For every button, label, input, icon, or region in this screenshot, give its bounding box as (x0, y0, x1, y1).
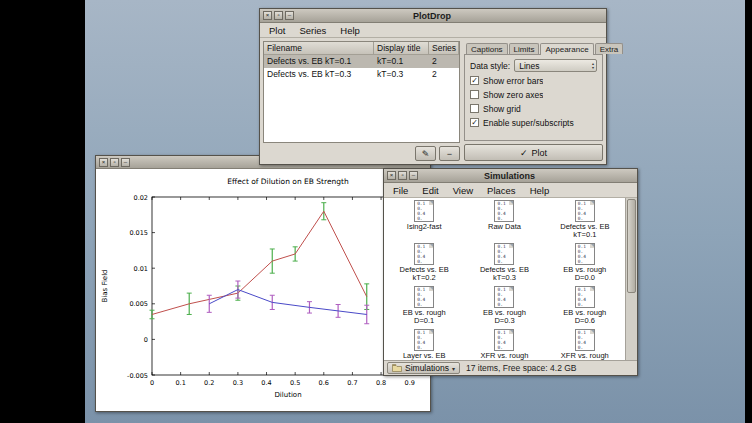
svg-text:0.01: 0.01 (134, 265, 148, 273)
show-error-bars-checkbox[interactable]: Show error bars (470, 75, 597, 86)
maximize-icon[interactable]: ▫ (274, 11, 283, 20)
edit-file-button[interactable]: ✎ (415, 146, 436, 161)
svg-text:Dilution: Dilution (274, 391, 301, 399)
data-file-icon: 0.1 0. 0.4 0. 0.15 0 0.6 0. 0.15 0 (494, 286, 514, 308)
chevron-down-icon: ▾ (452, 365, 455, 372)
plotdrop-window: × ▫ – PlotDrop Plot Series Help Filename… (259, 8, 607, 165)
file-grid: 0.1 0. 0.4 0. 0.15 0 0.6 0. 0.15 0 Ising… (384, 198, 625, 360)
column-header-series[interactable]: Series (429, 42, 459, 55)
tab-extra[interactable]: Extra (595, 43, 624, 54)
close-icon[interactable]: × (99, 158, 108, 167)
menu-file[interactable]: File (386, 184, 415, 197)
plot-canvas: Effect of Dilution on EB StrengthDilutio… (96, 169, 430, 411)
iconify-icon[interactable]: – (285, 11, 294, 20)
options-tabs: Captions Limits Appearance Extra (464, 41, 603, 54)
menu-plot[interactable]: Plot (262, 24, 292, 37)
remove-file-button[interactable]: − (439, 146, 460, 161)
svg-text:0.015: 0.015 (129, 229, 148, 237)
svg-text:0.8: 0.8 (376, 379, 386, 387)
minus-icon: − (447, 149, 452, 159)
file-list-actions: ✎ − (263, 146, 460, 161)
data-file-icon: 0.1 0. 0.4 0. 0.15 0 0.6 0. 0.15 0 (575, 243, 595, 265)
cell-series: 2 (429, 55, 459, 68)
window-title: Simulations (418, 171, 601, 181)
cell-series: 2 (429, 68, 459, 81)
data-style-select[interactable]: Lines ▴▾ (514, 59, 597, 72)
vertical-scrollbar[interactable] (625, 198, 637, 360)
menu-edit[interactable]: Edit (415, 184, 445, 197)
file-item[interactable]: 0.1 0. 0.4 0. 0.15 0 0.6 0. 0.15 0 EB vs… (384, 286, 464, 329)
status-text: 17 items, Free space: 4.2 GB (466, 363, 577, 373)
file-item[interactable]: 0.1 0. 0.4 0. 0.15 0 0.6 0. 0.15 0 Defec… (384, 243, 464, 286)
file-item[interactable]: 0.1 0. 0.4 0. 0.15 0 0.6 0. 0.15 0 Layer… (384, 329, 464, 360)
show-zero-axes-checkbox[interactable]: Show zero axes (470, 89, 597, 100)
table-row[interactable]: Defects vs. EB kT=0.3 kT=0.3 2 (264, 68, 459, 81)
column-header-filename[interactable]: Filename (264, 42, 374, 55)
svg-text:0.3: 0.3 (233, 379, 243, 387)
menu-places[interactable]: Places (480, 184, 523, 197)
file-item[interactable]: 0.1 0. 0.4 0. 0.15 0 0.6 0. 0.15 0 Defec… (464, 243, 544, 286)
scrollbar-thumb[interactable] (627, 199, 636, 293)
close-icon[interactable]: × (387, 171, 396, 180)
svg-text:0.7: 0.7 (347, 379, 357, 387)
checkbox-icon[interactable] (470, 76, 479, 85)
file-item[interactable]: 0.1 0. 0.4 0. 0.15 0 0.6 0. 0.15 0 Ising… (384, 200, 464, 243)
file-item[interactable]: 0.1 0. 0.4 0. 0.15 0 0.6 0. 0.15 0 Raw D… (464, 200, 544, 243)
data-style-row: Data style: Lines ▴▾ (470, 59, 597, 72)
menu-help[interactable]: Help (523, 184, 557, 197)
data-file-icon: 0.1 0. 0.4 0. 0.15 0 0.6 0. 0.15 0 (494, 329, 514, 351)
location-button[interactable]: Simulations ▾ (387, 362, 460, 374)
svg-text:0: 0 (144, 336, 148, 344)
file-item[interactable]: 0.1 0. 0.4 0. 0.15 0 0.6 0. 0.15 0 EB vs… (464, 286, 544, 329)
data-file-icon: 0.1 0. 0.4 0. 0.15 0 0.6 0. 0.15 0 (494, 243, 514, 265)
file-item[interactable]: 0.1 0. 0.4 0. 0.15 0 0.6 0. 0.15 0 EB vs… (545, 243, 625, 286)
iconify-icon[interactable]: – (121, 158, 130, 167)
file-list-table: Filename Display title Series Defects vs… (263, 41, 460, 143)
svg-text:0.2: 0.2 (204, 379, 214, 387)
data-file-icon: 0.1 0. 0.4 0. 0.15 0 0.6 0. 0.15 0 (414, 243, 434, 265)
simulations-statusbar: Simulations ▾ 17 items, Free space: 4.2 … (384, 360, 637, 375)
data-file-icon: 0.1 0. 0.4 0. 0.15 0 0.6 0. 0.15 0 (414, 286, 434, 308)
appearance-tab-panel: Data style: Lines ▴▾ Show error bars (464, 54, 603, 141)
close-icon[interactable]: × (263, 11, 272, 20)
file-view: 0.1 0. 0.4 0. 0.15 0 0.6 0. 0.15 0 Ising… (384, 198, 637, 360)
svg-text:0.9: 0.9 (405, 379, 415, 387)
plot-button[interactable]: ✓ Plot (464, 144, 603, 161)
pencil-icon: ✎ (422, 149, 430, 159)
data-file-icon: 0.1 0. 0.4 0. 0.15 0 0.6 0. 0.15 0 (414, 200, 434, 222)
data-file-icon: 0.1 0. 0.4 0. 0.15 0 0.6 0. 0.15 0 (414, 329, 434, 351)
data-style-label: Data style: (470, 61, 510, 71)
maximize-icon[interactable]: ▫ (398, 171, 407, 180)
menu-help[interactable]: Help (333, 24, 367, 37)
data-style-value: Lines (519, 61, 592, 71)
svg-text:0.1: 0.1 (175, 379, 185, 387)
plotdrop-menubar: Plot Series Help (260, 23, 606, 38)
file-item[interactable]: 0.1 0. 0.4 0. 0.15 0 0.6 0. 0.15 0 EB vs… (545, 286, 625, 329)
tab-appearance[interactable]: Appearance (540, 43, 593, 55)
checkbox-icon[interactable] (470, 90, 479, 99)
column-header-display-title[interactable]: Display title (374, 42, 429, 55)
simulations-titlebar[interactable]: × ▫ – Simulations (384, 169, 637, 183)
table-row[interactable]: Defects vs. EB kT=0.1 kT=0.1 2 (264, 55, 459, 68)
file-item[interactable]: 0.1 0. 0.4 0. 0.15 0 0.6 0. 0.15 0 Defec… (545, 200, 625, 243)
file-item[interactable]: 0.1 0. 0.4 0. 0.15 0 0.6 0. 0.15 0 XFR v… (545, 329, 625, 360)
iconify-icon[interactable]: – (409, 171, 418, 180)
checkbox-icon[interactable] (470, 104, 479, 113)
maximize-icon[interactable]: ▫ (110, 158, 119, 167)
svg-text:0.5: 0.5 (290, 379, 300, 387)
svg-text:Bias Field: Bias Field (101, 269, 109, 302)
window-title: PlotDrop (294, 11, 570, 21)
enable-super-subscripts-checkbox[interactable]: Enable super/subscripts (470, 117, 597, 128)
menu-series[interactable]: Series (292, 24, 333, 37)
tab-limits[interactable]: Limits (509, 43, 540, 54)
show-grid-checkbox[interactable]: Show grid (470, 103, 597, 114)
svg-text:-0.005: -0.005 (127, 372, 148, 380)
checkbox-icon[interactable] (470, 118, 479, 127)
file-item[interactable]: 0.1 0. 0.4 0. 0.15 0 0.6 0. 0.15 0 XFR v… (464, 329, 544, 360)
menu-view[interactable]: View (446, 184, 480, 197)
svg-text:0.4: 0.4 (261, 379, 271, 387)
plotdrop-titlebar[interactable]: × ▫ – PlotDrop (260, 9, 606, 23)
tab-captions[interactable]: Captions (466, 43, 508, 54)
svg-text:0: 0 (150, 379, 154, 387)
options-panel: Captions Limits Appearance Extra Data st… (464, 41, 603, 161)
